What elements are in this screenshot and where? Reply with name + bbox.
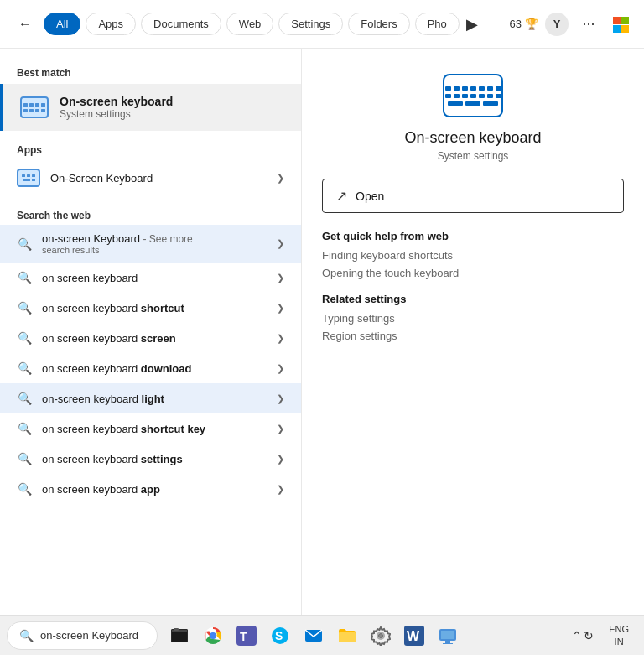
taskbar-app-files[interactable] (332, 621, 362, 651)
web-item-5[interactable]: 🔍 on screen keyboard download ❯ (0, 353, 301, 383)
web-item-6[interactable]: 🔍 on-screen keyboard light ❯ (0, 383, 301, 413)
search-icon-2: 🔍 (17, 270, 32, 285)
taskbar-app-explorer[interactable] (164, 621, 195, 651)
web-item-9-text: on screen keyboard app (42, 483, 160, 496)
web-item-1[interactable]: 🔍 on-screen Keyboard - See more search r… (0, 225, 301, 263)
web-item-9[interactable]: 🔍 on screen keyboard app ❯ (0, 474, 301, 504)
in-label: IN (609, 636, 629, 647)
chevron-icon: ❯ (277, 173, 284, 184)
osk-app-icon (17, 166, 40, 190)
left-panel: Best match (0, 49, 302, 621)
taskbar-app-settings[interactable] (366, 621, 396, 651)
web-item-3-text: on screen keyboard shortcut (42, 302, 184, 315)
web-section-label: Search the web (0, 205, 301, 225)
eng-label: ENG (609, 623, 629, 635)
web-item-1-left: 🔍 on-screen Keyboard - See more search r… (17, 232, 277, 255)
taskbar-app-mail[interactable] (299, 621, 329, 651)
web-item-4-text: on screen keyboard screen (42, 332, 176, 345)
user-avatar[interactable]: Y (545, 13, 569, 36)
best-match-text: On-screen keyboard System settings (60, 95, 173, 120)
back-button[interactable]: ← (12, 11, 39, 38)
filter-pill-apps[interactable]: Apps (86, 13, 136, 35)
web-item-7-text: on screen keyboard shortcut key (42, 423, 205, 435)
help-link-1[interactable]: Finding keyboard shortcuts (322, 249, 453, 262)
windows-logo[interactable] (609, 13, 632, 36)
filter-pill-all[interactable]: All (44, 13, 80, 35)
web-item-1-sub: search results (42, 245, 193, 255)
help-link-2[interactable]: Opening the touch keyboard (322, 267, 459, 279)
svg-rect-2 (621, 17, 629, 24)
chevron-icon-9: ❯ (277, 484, 284, 495)
svg-rect-18 (339, 632, 356, 642)
refresh-tray-icon[interactable]: ↻ (584, 629, 594, 642)
web-item-2[interactable]: 🔍 on screen keyboard ❯ (0, 263, 301, 293)
web-item-7[interactable]: 🔍 on screen keyboard shortcut key ❯ (0, 413, 301, 444)
apps-item-name: On-Screen Keyboard (50, 172, 153, 185)
web-item-7-left: 🔍 on screen keyboard shortcut key (17, 421, 277, 436)
svg-point-12 (210, 632, 216, 638)
best-match-subtitle: System settings (60, 108, 173, 120)
web-item-3[interactable]: 🔍 on screen keyboard shortcut ❯ (0, 293, 301, 323)
filter-pill-web[interactable]: Web (226, 13, 274, 35)
taskbar-search-icon: 🔍 (19, 629, 34, 642)
search-icon-4: 🔍 (17, 330, 32, 346)
svg-rect-4 (621, 25, 629, 33)
search-icon-3: 🔍 (17, 300, 32, 315)
filter-bar-right: 63 🏆 Y ··· (510, 11, 632, 38)
chevron-icon-6: ❯ (277, 393, 284, 404)
web-item-4[interactable]: 🔍 on screen keyboard screen ❯ (0, 323, 301, 353)
filter-pill-folders[interactable]: Folders (348, 13, 409, 35)
search-icon-7: 🔍 (17, 421, 32, 436)
best-match-label: Best match (0, 62, 301, 82)
related-link-1[interactable]: Typing settings (322, 312, 395, 325)
taskbar-app-skype[interactable]: S (265, 621, 295, 651)
search-panel: ← All Apps Documents Web Settings Folder… (0, 0, 644, 621)
filter-pill-photos[interactable]: Pho (415, 13, 460, 35)
search-icon-5: 🔍 (17, 361, 32, 376)
web-item-9-left: 🔍 on screen keyboard app (17, 481, 277, 496)
taskbar-app-word[interactable]: W (399, 621, 429, 651)
detail-subtitle: System settings (438, 150, 509, 162)
taskbar-apps: T S (164, 621, 463, 651)
taskbar-search[interactable]: 🔍 on-screen Keyboard (7, 621, 158, 650)
svg-text:W: W (407, 629, 420, 643)
apps-item-osk[interactable]: On-Screen Keyboard ❯ (0, 159, 301, 196)
web-item-8[interactable]: 🔍 on screen keyboard settings ❯ (0, 444, 301, 474)
chevron-icon-4: ❯ (277, 333, 284, 344)
keyboard-icon (443, 74, 503, 117)
search-icon-6: 🔍 (17, 391, 32, 406)
open-button[interactable]: ↗ Open (322, 179, 624, 213)
chevron-icon-1: ❯ (277, 238, 284, 249)
chevron-tray-icon[interactable]: ⌃ (572, 629, 582, 642)
search-icon-9: 🔍 (17, 481, 32, 496)
svg-rect-25 (441, 631, 454, 639)
taskbar-app-teams[interactable]: T (231, 621, 262, 651)
trophy-icon: 🏆 (525, 18, 538, 30)
svg-point-21 (379, 634, 382, 637)
web-item-5-left: 🔍 on screen keyboard download (17, 361, 277, 376)
more-button[interactable]: ··· (575, 11, 602, 38)
filter-pill-documents[interactable]: Documents (141, 13, 221, 35)
best-match-item[interactable]: On-screen keyboard System settings (0, 84, 301, 131)
chevron-icon-7: ❯ (277, 424, 284, 434)
web-item-3-left: 🔍 on screen keyboard shortcut (17, 300, 277, 315)
web-item-5-text: on screen keyboard download (42, 362, 191, 375)
web-item-2-left: 🔍 on screen keyboard (17, 270, 277, 285)
best-match-name: On-screen keyboard (60, 95, 173, 108)
filter-bar: ← All Apps Documents Web Settings Folder… (0, 0, 644, 49)
related-link-2[interactable]: Region settings (322, 330, 397, 342)
taskbar-search-text: on-screen Keyboard (40, 629, 138, 642)
count-badge: 63 🏆 (510, 18, 538, 30)
osk-app-icon-large (19, 92, 49, 122)
taskbar-app-chrome[interactable] (198, 621, 228, 651)
svg-rect-9 (174, 628, 179, 631)
play-icon[interactable]: ▶ (466, 15, 478, 34)
detail-icon (443, 74, 503, 117)
filter-pill-settings[interactable]: Settings (278, 13, 343, 35)
taskbar-app-remote[interactable] (433, 621, 463, 651)
web-item-8-text: on screen keyboard settings (42, 453, 183, 465)
open-label: Open (356, 190, 384, 203)
language-indicator[interactable]: ENG IN (605, 621, 632, 649)
right-panel: On-screen keyboard System settings ↗ Ope… (302, 49, 644, 621)
chevron-icon-2: ❯ (277, 273, 284, 283)
